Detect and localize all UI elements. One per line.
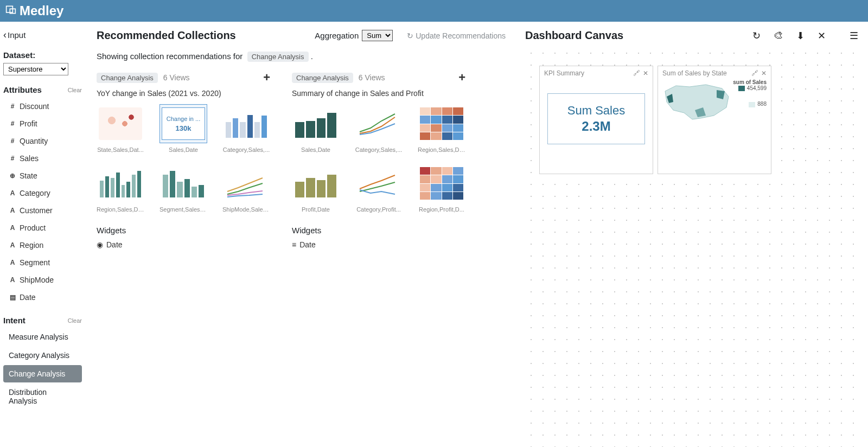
chart-thumbnail[interactable]: Category,Profit... — [355, 164, 403, 213]
recommendations-title: Recommended Collections — [97, 29, 236, 42]
widget-item[interactable]: ≡Date — [292, 240, 465, 249]
aggregation-select[interactable]: Sum — [362, 30, 393, 41]
thumbnail-label: Region,Sales,Da... — [418, 146, 465, 153]
collection-views: 6 Views — [163, 73, 190, 82]
attribute-item[interactable]: AShipMode — [3, 271, 82, 289]
recommendations-panel: Recommended Collections Aggregation Sum … — [87, 22, 515, 447]
download-icon[interactable]: ⬇ — [796, 30, 805, 42]
menu-icon[interactable]: ☰ — [850, 30, 858, 42]
thumbnail-label: Region,Profit,D... — [418, 206, 465, 213]
chevron-left-icon: ‹ — [3, 29, 7, 41]
thumbnail-label: Sales,Date — [292, 146, 340, 153]
attr-type-icon: # — [9, 155, 16, 162]
attr-label: ShipMode — [20, 276, 54, 284]
attr-type-icon: A — [9, 224, 16, 232]
attr-label: Product — [20, 224, 46, 232]
dashboard-panel: Dashboard Canvas ↻ 🎨︎ ⬇ ✕ ☰ KPI Summary … — [515, 22, 868, 447]
attr-label: Customer — [20, 206, 53, 215]
dashboard-canvas[interactable]: KPI Summary 🔗︎✕ Sum Sales 2.3M Sum of Sa… — [525, 47, 858, 447]
attr-type-icon: A — [9, 207, 16, 214]
attr-label: Sales — [20, 154, 39, 163]
palette-icon[interactable]: 🎨︎ — [774, 30, 783, 41]
intent-item[interactable]: Measure Analysis — [3, 328, 82, 346]
link-icon[interactable]: 🔗︎ — [751, 69, 758, 77]
attribute-item[interactable]: ASegment — [3, 254, 82, 271]
widgets-heading: Widgets — [97, 226, 270, 235]
intent-label: Intent Clear — [3, 316, 82, 325]
attr-type-icon: # — [9, 103, 16, 110]
chart-thumbnail[interactable]: Category,Sales,... — [222, 104, 270, 153]
thumbnail-label: State,Sales,Dat... — [97, 146, 144, 153]
refresh-icon: ↻ — [407, 31, 413, 40]
chart-thumbnail[interactable]: Change in ...130kSales,Date — [159, 104, 207, 153]
collection-tag[interactable]: Change Analysis — [97, 73, 158, 83]
app-name: Medley — [20, 3, 63, 18]
update-recommendations[interactable]: ↻ Update Recommendations — [407, 31, 506, 40]
collection-views: 6 Views — [359, 73, 385, 82]
attr-type-icon: ⊕ — [9, 172, 16, 180]
canvas-card-kpi[interactable]: KPI Summary 🔗︎✕ Sum Sales 2.3M — [539, 66, 653, 174]
chart-thumbnail[interactable]: Region,Profit,D... — [418, 164, 465, 213]
attribute-item[interactable]: ACustomer — [3, 202, 82, 219]
intent-clear[interactable]: Clear — [68, 317, 82, 324]
attribute-item[interactable]: ARegion — [3, 237, 82, 254]
collection: Change Analysis6 Views+Summary of change… — [292, 71, 465, 249]
widget-icon: ≡ — [292, 240, 296, 249]
dataset-label: Dataset: — [3, 50, 82, 60]
attr-type-icon: A — [9, 241, 16, 249]
attributes-clear[interactable]: Clear — [68, 87, 82, 93]
link-icon[interactable]: 🔗︎ — [633, 69, 640, 77]
topbar: Medley — [0, 0, 868, 22]
attribute-item[interactable]: AProduct — [3, 219, 82, 237]
chart-thumbnail[interactable]: Segment,Sales,D... — [159, 164, 207, 213]
canvas-card-title: KPI Summary — [544, 69, 584, 77]
intent-item[interactable]: Distribution Analysis — [3, 384, 82, 410]
attr-label: Date — [20, 293, 36, 302]
back-input-link[interactable]: ‹ Input — [3, 29, 82, 41]
collection: Change Analysis6 Views+YoY change in Sal… — [97, 71, 270, 249]
intent-item[interactable]: Change Analysis — [3, 365, 82, 382]
card-close-icon[interactable]: ✕ — [761, 69, 767, 77]
map-legend: sum of Sales 454,599 888 — [733, 79, 767, 107]
intent-item[interactable]: Category Analysis — [3, 347, 82, 364]
kpi-label: Sum Sales — [553, 104, 639, 118]
attributes-label: Attributes Clear — [3, 85, 82, 94]
add-collection-icon[interactable]: + — [263, 71, 270, 85]
attribute-item[interactable]: #Profit — [3, 115, 82, 132]
card-close-icon[interactable]: ✕ — [643, 69, 648, 77]
attr-type-icon: # — [9, 137, 16, 145]
attribute-item[interactable]: ▤Date — [3, 289, 82, 306]
attribute-item[interactable]: #Sales — [3, 150, 82, 167]
kpi-box: Sum Sales 2.3M — [547, 93, 645, 144]
attribute-item[interactable]: #Quantity — [3, 132, 82, 150]
attribute-item[interactable]: ⊕State — [3, 167, 82, 184]
chart-thumbnail[interactable]: Sales,Date — [292, 104, 340, 153]
showing-pill[interactable]: Change Analysis — [247, 52, 309, 62]
collection-subtitle: YoY change in Sales (2021 vs. 2020) — [97, 89, 270, 98]
chart-thumbnail[interactable]: State,Sales,Dat... — [97, 104, 144, 153]
kpi-value: 2.3M — [553, 119, 639, 134]
thumbnail-label: Category,Sales,... — [355, 146, 403, 153]
chart-thumbnail[interactable]: Region,Sales,Da... — [418, 104, 465, 153]
close-canvas-icon[interactable]: ✕ — [818, 30, 826, 42]
attr-label: Segment — [20, 258, 50, 267]
add-collection-icon[interactable]: + — [458, 71, 465, 85]
widget-item[interactable]: ◉Date — [97, 240, 270, 249]
chart-thumbnail[interactable]: Category,Sales,... — [355, 104, 403, 153]
attr-type-icon: A — [9, 189, 16, 197]
attr-label: State — [20, 171, 37, 180]
attribute-item[interactable]: #Discount — [3, 98, 82, 115]
attr-label: Profit — [20, 119, 37, 128]
collection-tag[interactable]: Change Analysis — [292, 73, 353, 83]
sidebar: ‹ Input Dataset: Superstore Attributes C… — [0, 22, 87, 447]
collection-subtitle: Summary of change in Sales and Profit — [292, 89, 465, 98]
thumbnail-label: Category,Profit... — [355, 206, 403, 213]
refresh-canvas-icon[interactable]: ↻ — [752, 30, 761, 42]
chart-thumbnail[interactable]: Profit,Date — [292, 164, 340, 213]
chart-thumbnail[interactable]: Region,Sales,Da... — [97, 164, 144, 213]
dataset-select[interactable]: Superstore — [3, 63, 68, 75]
canvas-card-title: Sum of Sales by State — [662, 69, 727, 77]
attribute-item[interactable]: ACategory — [3, 184, 82, 202]
chart-thumbnail[interactable]: ShipMode,Sales,... — [222, 164, 270, 213]
canvas-card-map[interactable]: Sum of Sales by State 🔗︎✕ sum of Sales 4… — [658, 66, 771, 174]
